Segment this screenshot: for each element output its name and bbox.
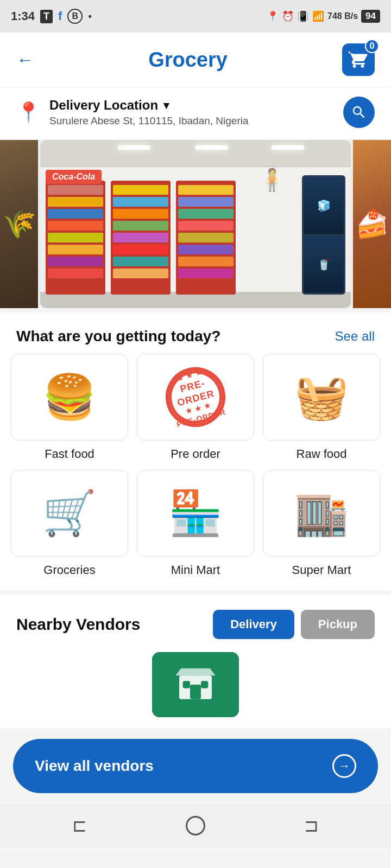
mini-mart-card[interactable]: 🏪: [137, 470, 254, 557]
nav-home-button[interactable]: [182, 812, 209, 839]
header: ← Grocery 0: [0, 33, 391, 87]
category-grid: 🍔 Fast food ★ ★ ★ PRE-ORDER ★ ★ ★ PRE-OR…: [0, 354, 391, 590]
back-button[interactable]: ←: [16, 50, 34, 70]
location-pin-icon: 📍: [16, 101, 41, 124]
network-speed: 748 B/s: [327, 11, 358, 21]
vendor-store-icon: [174, 663, 217, 706]
category-fast-food[interactable]: 🍔 Fast food: [11, 354, 128, 461]
category-mini-mart[interactable]: 🏪 Mini Mart: [137, 470, 254, 577]
nav-home-icon: [186, 816, 205, 835]
what-section-header: What are you getting today? See all: [0, 312, 391, 354]
b-icon: B: [67, 9, 83, 24]
vendor-card[interactable]: [152, 652, 239, 717]
pre-order-label: Pre order: [171, 447, 220, 461]
what-section-title: What are you getting today?: [16, 328, 220, 345]
delivery-section: 📍 Delivery Location ▾ Surulere Abese St,…: [0, 88, 391, 139]
fast-food-label: Fast food: [45, 447, 94, 461]
view-all-vendors-button[interactable]: View all vendors →: [13, 739, 378, 793]
banner-left: 🌾: [0, 140, 38, 308]
banner-center: 🧊 🥤 Coca-Cola 🧍: [40, 140, 351, 308]
view-all-arrow-icon: →: [332, 754, 356, 778]
cart-badge: 0: [365, 39, 379, 53]
signal-icon: 📶: [312, 10, 324, 22]
delivery-filter-button[interactable]: Delivery: [213, 610, 294, 639]
fast-food-card[interactable]: 🍔: [11, 354, 128, 441]
delivery-label[interactable]: Delivery Location ▾: [49, 98, 249, 113]
delivery-text: Delivery Location ▾ Surulere Abese St, 1…: [49, 98, 249, 127]
vendor-logo: [152, 652, 239, 717]
see-all-link[interactable]: See all: [335, 329, 375, 344]
svg-rect-2: [183, 681, 190, 688]
groceries-icon: 🛒: [42, 492, 97, 535]
battery-icon: 94: [361, 10, 380, 23]
fast-food-icon: 🍔: [42, 375, 97, 419]
chevron-down-icon: ▾: [163, 99, 169, 112]
svg-rect-3: [201, 681, 208, 688]
mini-mart-label: Mini Mart: [171, 563, 220, 577]
page-title: Grocery: [148, 48, 228, 72]
category-pre-order[interactable]: ★ ★ ★ PRE-ORDER ★ ★ ★ PRE-ORDER Pre orde…: [137, 354, 254, 461]
nearby-filter-buttons: Delivery Pickup: [213, 610, 375, 639]
delivery-address: Surulere Abese St, 110115, Ibadan, Niger…: [49, 115, 249, 127]
svg-rect-1: [190, 685, 201, 699]
bottom-nav: ⊏ ⊐: [0, 804, 391, 847]
raw-food-card[interactable]: 🧺: [263, 354, 380, 441]
banner-right: 🍰: [353, 140, 391, 308]
t-icon: T: [40, 10, 53, 23]
category-groceries[interactable]: 🛒 Groceries: [11, 470, 128, 577]
groceries-card[interactable]: 🛒: [11, 470, 128, 557]
status-left: 1:34 T f B •: [11, 9, 92, 24]
delivery-left: 📍 Delivery Location ▾ Surulere Abese St,…: [16, 98, 249, 127]
raw-food-icon: 🧺: [294, 375, 349, 419]
category-raw-food[interactable]: 🧺 Raw food: [263, 354, 380, 461]
location-icon: 📍: [267, 10, 279, 22]
nav-recent-icon: ⊐: [304, 815, 319, 836]
category-super-mart[interactable]: 🏬 Super Mart: [263, 470, 380, 577]
groceries-label: Groceries: [43, 563, 95, 577]
store-interior: 🧊 🥤 Coca-Cola 🧍: [40, 140, 351, 308]
vendor-preview: [16, 652, 375, 717]
vibrate-icon: 📳: [297, 10, 309, 22]
cart-button[interactable]: 0: [342, 43, 375, 76]
super-mart-card[interactable]: 🏬: [263, 470, 380, 557]
nearby-header: Nearby Vendors Delivery Pickup: [16, 610, 375, 639]
fb-icon: f: [58, 9, 62, 23]
nav-back-icon: ⊏: [72, 815, 87, 836]
nav-back-button[interactable]: ⊏: [66, 812, 93, 839]
pre-order-icon: ★ ★ ★ PRE-ORDER ★ ★ ★ PRE-ORDER: [159, 361, 232, 434]
super-mart-icon: 🏬: [294, 492, 349, 535]
nearby-vendors-title: Nearby Vendors: [16, 615, 140, 634]
pre-order-card[interactable]: ★ ★ ★ PRE-ORDER ★ ★ ★ PRE-ORDER: [137, 354, 254, 441]
dot-icon: •: [88, 11, 91, 22]
super-mart-label: Super Mart: [292, 563, 351, 577]
mini-mart-icon: 🏪: [168, 492, 223, 535]
banner-carousel: 🌾: [0, 140, 391, 308]
time-display: 1:34: [11, 9, 35, 23]
search-icon: [351, 104, 367, 120]
view-all-label: View all vendors: [35, 757, 154, 775]
nav-recent-button[interactable]: ⊐: [298, 812, 325, 839]
cart-icon: [349, 50, 368, 69]
clock-icon: ⏰: [282, 10, 294, 22]
pickup-filter-button[interactable]: Pickup: [301, 610, 375, 639]
status-right: 📍 ⏰ 📳 📶 748 B/s 94: [267, 10, 380, 23]
status-bar: 1:34 T f B • 📍 ⏰ 📳 📶 748 B/s 94: [0, 0, 391, 33]
raw-food-label: Raw food: [297, 447, 347, 461]
nearby-vendors-section: Nearby Vendors Delivery Pickup: [0, 595, 391, 728]
search-button[interactable]: [343, 97, 375, 128]
